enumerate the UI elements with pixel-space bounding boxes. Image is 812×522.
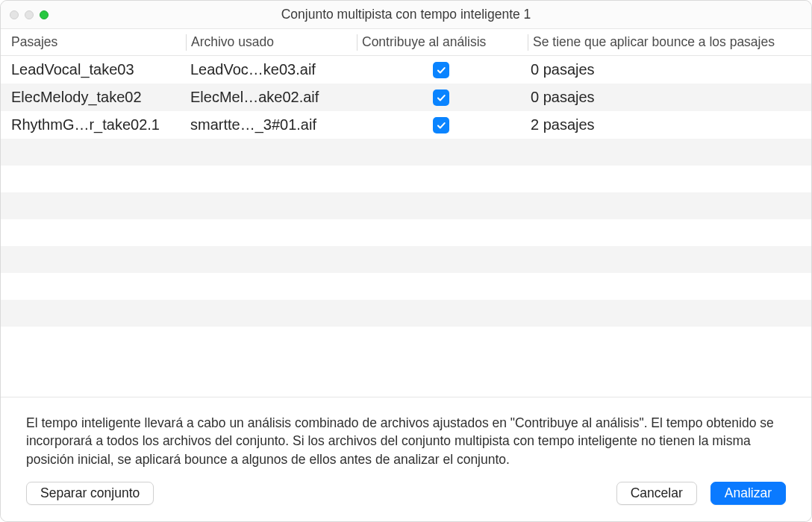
cell-contribuye	[356, 89, 526, 106]
table-row[interactable]: ElecMelody_take02 ElecMel…ake02.aif 0 pa…	[1, 84, 811, 111]
empty-row	[1, 327, 811, 397]
cell-archivo: ElecMel…ake02.aif	[186, 89, 356, 106]
cell-pasaje: RhythmG…r_take02.1	[1, 116, 186, 133]
table-body: LeadVocal_take03 LeadVoc…ke03.aif 0 pasa…	[1, 56, 811, 139]
zoom-icon[interactable]	[40, 10, 49, 19]
table-row[interactable]: LeadVocal_take03 LeadVoc…ke03.aif 0 pasa…	[1, 56, 811, 84]
close-icon[interactable]	[10, 10, 19, 19]
header-pasajes[interactable]: Pasajes	[1, 29, 186, 55]
cell-bounce: 2 pasajes	[526, 116, 811, 133]
window-title: Conjunto multipista con tempo inteligent…	[1, 7, 811, 22]
checkmark-icon	[436, 65, 446, 75]
checkmark-icon	[436, 92, 446, 103]
empty-row	[1, 300, 811, 327]
cancel-button[interactable]: Cancelar	[616, 482, 697, 505]
empty-row	[1, 219, 811, 246]
titlebar: Conjunto multipista con tempo inteligent…	[1, 1, 811, 29]
minimize-icon[interactable]	[25, 10, 34, 19]
header-contribuye[interactable]: Contribuye al análisis	[357, 29, 528, 55]
cell-contribuye	[356, 117, 526, 133]
header-bounce[interactable]: Se tiene que aplicar bounce a los pasaje…	[528, 29, 811, 55]
cell-pasaje: LeadVocal_take03	[1, 61, 186, 78]
dialog-window: Conjunto multipista con tempo inteligent…	[0, 0, 812, 522]
checkmark-icon	[436, 120, 446, 130]
table-empty-area	[1, 139, 811, 397]
separate-set-button[interactable]: Separar conjunto	[26, 482, 154, 505]
header-archivo[interactable]: Archivo usado	[187, 29, 357, 55]
cell-contribuye	[356, 62, 526, 78]
contribuye-checkbox[interactable]	[433, 89, 449, 106]
cell-bounce: 0 pasajes	[526, 61, 811, 78]
cell-archivo: LeadVoc…ke03.aif	[186, 61, 356, 78]
cell-archivo: smartte…_3#01.aif	[186, 116, 356, 133]
empty-row	[1, 192, 811, 219]
footer-panel: El tempo inteligente llevará a cabo un a…	[1, 397, 811, 522]
traffic-lights	[10, 10, 49, 19]
contribuye-checkbox[interactable]	[433, 117, 449, 133]
table-row[interactable]: RhythmG…r_take02.1 smartte…_3#01.aif 2 p…	[1, 111, 811, 139]
cell-bounce: 0 pasajes	[526, 89, 811, 106]
empty-row	[1, 166, 811, 192]
footer-description: El tempo inteligente llevará a cabo un a…	[26, 414, 780, 469]
analyze-button[interactable]: Analizar	[710, 482, 786, 505]
empty-row	[1, 273, 811, 300]
footer-buttons: Separar conjunto Cancelar Analizar	[26, 482, 786, 505]
empty-row	[1, 246, 811, 273]
contribuye-checkbox[interactable]	[433, 62, 449, 78]
empty-row	[1, 139, 811, 166]
table-headers: Pasajes Archivo usado Contribuye al anál…	[1, 29, 811, 56]
cell-pasaje: ElecMelody_take02	[1, 89, 186, 106]
